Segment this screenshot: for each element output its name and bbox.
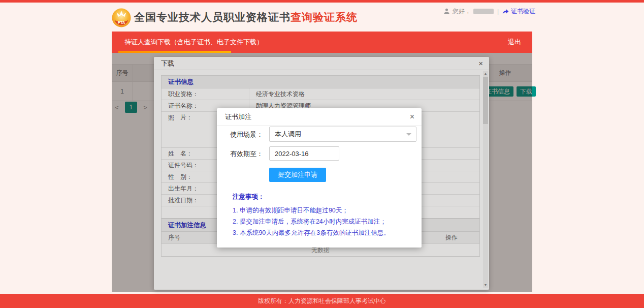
download-modal-close-icon[interactable]: × (478, 57, 483, 70)
info-value: 经济专业技术资格 (249, 88, 479, 100)
logo-text: PTA (118, 20, 125, 25)
expiry-date-input[interactable] (269, 146, 339, 161)
annotation-modal-titlebar: 证书加注 × (217, 108, 422, 126)
scene-select[interactable]: 本人调用 (269, 127, 416, 142)
annotation-modal-title: 证书加注 (225, 108, 251, 126)
submit-annotation-button[interactable]: 提交加注申请 (269, 168, 326, 182)
userbar-divider: | (497, 8, 499, 15)
page-title-main: 全国专业技术人员职业资格证书 (134, 11, 291, 23)
note-item-2: 2. 提交加注申请后，系统将在24小时内完成证书加注； (233, 216, 414, 227)
scene-label: 使用场景： (217, 130, 263, 139)
info-row-occupation: 职业资格： 经济专业技术资格 (162, 88, 479, 100)
user-icon (443, 8, 450, 15)
notes-block: 注意事项： 1. 申请的有效期距申请日不能超过90天； 2. 提交加注申请后，系… (233, 193, 414, 238)
copyright-text: 版权所有：人力资源和社会保障部人事考试中心 (258, 297, 386, 304)
expiry-label: 有效期至： (217, 149, 263, 159)
notes-title: 注意事项： (233, 193, 414, 201)
logout-button[interactable]: 退出 (508, 32, 521, 53)
cert-info-section-title: 证书信息 (162, 76, 479, 88)
site-header: PTA 全国专业技术人员职业资格证书查询验证系统 您好， | 证书验证 (112, 3, 532, 32)
pta-logo-icon: PTA (112, 8, 131, 27)
modal-scrollbar: ▲ ▼ (483, 71, 488, 288)
note-item-3: 3. 本系统90天内最多允许存在3条有效的证书加注信息。 (233, 227, 414, 238)
verify-link-label: 证书验证 (511, 7, 535, 16)
page-title-accent: 查询验证系统 (291, 11, 358, 23)
scrollbar-up-icon[interactable]: ▲ (483, 71, 488, 76)
page-title: 全国专业技术人员职业资格证书查询验证系统 (134, 10, 358, 24)
download-modal-titlebar: 下载 × (154, 57, 489, 70)
scene-select-value: 本人调用 (275, 127, 301, 141)
user-bar: 您好， | 证书验证 (443, 7, 535, 16)
ann-col-index: 序号 (162, 233, 222, 242)
scrollbar-thumb[interactable] (483, 77, 488, 124)
info-label: 职业资格： (162, 88, 249, 100)
annotation-modal-close-icon[interactable]: × (410, 108, 414, 125)
page-footer: 版权所有：人力资源和社会保障部人事考试中心 (0, 294, 644, 308)
chevron-down-icon (406, 133, 411, 136)
ann-col-action: 操作 (436, 233, 467, 242)
greeting-text: 您好， (453, 7, 471, 16)
note-item-1: 1. 申请的有效期距申请日不能超过90天； (233, 205, 414, 216)
download-modal-title: 下载 (161, 57, 174, 70)
nav-item-holder-download[interactable]: 持证人查询下载（含电子证书、电子文件下载） (124, 32, 263, 53)
verify-certificate-link[interactable]: 证书验证 (502, 7, 535, 16)
main-nav: 持证人查询下载（含电子证书、电子文件下载） 退出 (112, 32, 532, 53)
annotation-modal: 证书加注 × 使用场景： 本人调用 有效期至： 提交加注申请 注意事项： 1. … (217, 108, 422, 248)
scrollbar-down-icon[interactable]: ▼ (483, 283, 488, 288)
page-root: PTA 全国专业技术人员职业资格证书查询验证系统 您好， | 证书验证 持证人查… (0, 0, 644, 308)
share-arrow-icon (502, 8, 509, 15)
user-name-redacted (473, 9, 494, 14)
